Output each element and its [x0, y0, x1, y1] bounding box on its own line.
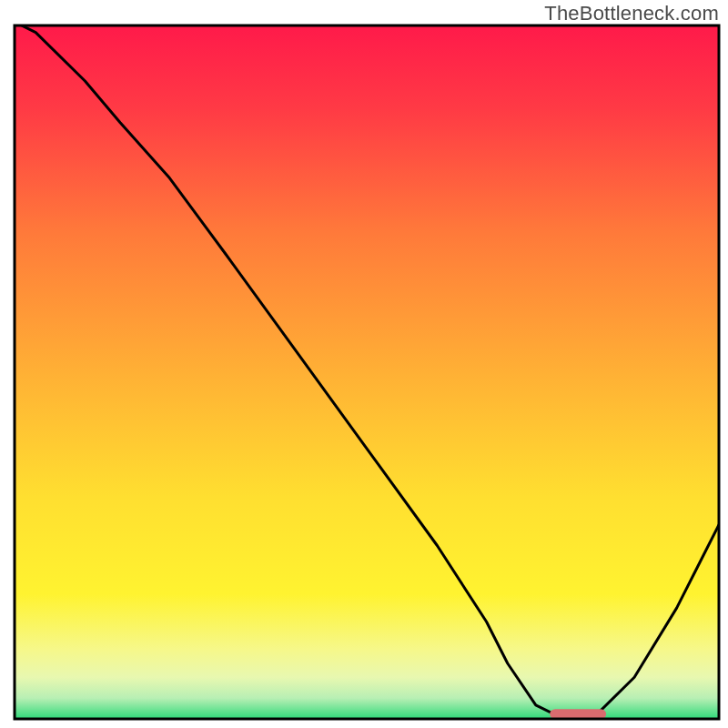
bottleneck-chart [0, 0, 728, 728]
watermark-label: TheBottleneck.com [544, 2, 719, 25]
optimal-zone-marker [550, 709, 606, 719]
gradient-background [15, 25, 719, 719]
chart-stage: TheBottleneck.com [0, 0, 728, 728]
